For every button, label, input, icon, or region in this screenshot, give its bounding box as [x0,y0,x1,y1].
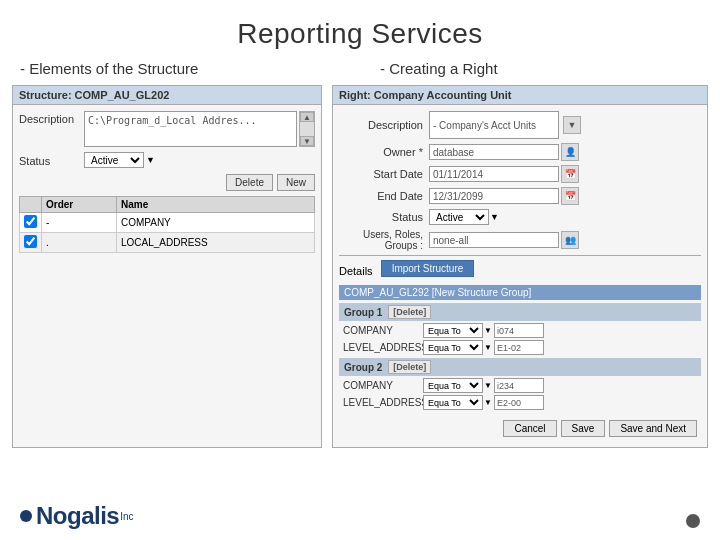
row1-name: COMPANY [116,213,314,233]
group2-row2-dropdown-icon: ▼ [484,398,492,407]
description-input[interactable] [84,111,297,147]
footer-logo: NogalisInc [20,502,134,530]
status-label: Status [19,153,84,167]
right-description-input[interactable] [429,111,559,139]
row2-checkbox[interactable] [24,235,37,248]
right-panel: Right: Company Accounting Unit Descripti… [332,85,708,448]
left-panel: Structure: COMP_AU_GL202 Description ▲ ▼… [12,85,322,448]
import-structure-button[interactable]: Import Structure [381,260,475,277]
status-select[interactable]: Active [84,152,144,168]
subtitle-right: - Creating a Right [380,60,498,77]
group2-row1-label: COMPANY [343,380,423,391]
table-row: - COMPANY [20,213,315,233]
logo-text: Nogalis [36,502,119,530]
group2-row2-label: LEVEL_ADDRESS [343,397,423,408]
cancel-button[interactable]: Cancel [503,420,556,437]
row2-order: . [42,233,117,253]
scroll-down-icon[interactable]: ▼ [300,136,314,146]
group1-row2-condition[interactable]: Equa To [423,340,483,355]
action-buttons-row: Delete New [19,174,315,191]
group2-row1-dropdown-icon: ▼ [484,381,492,390]
row1-checkbox[interactable] [24,215,37,228]
group2-delete-button[interactable]: [Delete] [388,360,431,374]
left-panel-body: Description ▲ ▼ Status Active ▼ Delete N… [13,105,321,259]
right-panel-header: Right: Company Accounting Unit [333,86,707,105]
save-next-button[interactable]: Save and Next [609,420,697,437]
right-status-dropdown-icon: ▼ [490,212,499,222]
details-import-row: Details Import Structure [339,260,701,281]
subtitle-row: - Elements of the Structure - Creating a… [0,60,720,77]
footer: NogalisInc [20,502,134,530]
col-order-header: Order [42,197,117,213]
details-label: Details [339,265,373,277]
group2-row2-condition[interactable]: Equa To [423,395,483,410]
right-owner-label: Owner * [339,146,429,158]
group1-row2-value[interactable] [494,340,544,355]
scroll-btn: ▲ ▼ [299,111,315,147]
col-name-header: Name [116,197,314,213]
description-label: Description [19,111,84,125]
right-panel-body: Description ▼ Owner * 👤 Start Date 📅 [333,105,707,447]
group1-header: Group 1 [Delete] [339,303,701,321]
status-field-row: Status Active ▼ [19,152,315,168]
new-button[interactable]: New [277,174,315,191]
group2-label: Group 2 [344,362,382,373]
scroll-up-icon[interactable]: ▲ [300,112,314,122]
left-panel-header: Structure: COMP_AU_GL202 [13,86,321,105]
structure-table: Order Name - COMPANY [19,196,315,253]
group2-header: Group 2 [Delete] [339,358,701,376]
right-owner-row: Owner * 👤 [339,143,701,161]
group2-row2-value[interactable] [494,395,544,410]
status-dropdown-icon: ▼ [146,155,155,165]
logo-inc: Inc [120,511,133,522]
description-expand-icon[interactable]: ▼ [563,116,581,134]
end-date-calendar-icon[interactable]: 📅 [561,187,579,205]
group1-row1-label: COMPANY [343,325,423,336]
group1-delete-button[interactable]: [Delete] [388,305,431,319]
users-group-icon[interactable]: 👥 [561,231,579,249]
row1-checkbox-cell [20,213,42,233]
owner-person-icon[interactable]: 👤 [561,143,579,161]
group1-row2-label: LEVEL_ADDRESS [343,342,423,353]
col-checkbox [20,197,42,213]
row2-checkbox-cell [20,233,42,253]
group1-label: Group 1 [344,307,382,318]
logo-bullet-icon [20,510,32,522]
right-status-label: Status [339,211,429,223]
group1-row1-dropdown-icon: ▼ [484,326,492,335]
bottom-buttons-row: Cancel Save Save and Next [339,416,701,441]
footer-bullet-right-icon [686,514,700,528]
right-status-row: Status Active ▼ [339,209,701,225]
group2-row1: COMPANY Equa To ▼ [339,378,701,393]
right-start-date-input[interactable] [429,166,559,182]
row2-name: LOCAL_ADDRESS [116,233,314,253]
save-button[interactable]: Save [561,420,606,437]
description-field-row: Description ▲ ▼ [19,111,315,147]
right-description-label: Description [339,119,429,131]
group1-row1-value[interactable] [494,323,544,338]
right-users-row: Users, Roles, Groups : 👥 [339,229,701,251]
right-end-date-input[interactable] [429,188,559,204]
right-owner-input[interactable] [429,144,559,160]
subtitle-left: - Elements of the Structure [20,60,320,77]
page-title: Reporting Services [0,0,720,60]
right-users-label: Users, Roles, Groups : [339,229,429,251]
group2-row1-condition[interactable]: Equa To [423,378,483,393]
row1-order: - [42,213,117,233]
main-content: Structure: COMP_AU_GL202 Description ▲ ▼… [0,85,720,448]
delete-button[interactable]: Delete [226,174,273,191]
group1-row2: LEVEL_ADDRESS Equa To ▼ [339,340,701,355]
group1-row1: COMPANY Equa To ▼ [339,323,701,338]
right-status-select[interactable]: Active [429,209,489,225]
right-end-date-label: End Date [339,190,429,202]
right-start-date-row: Start Date 📅 [339,165,701,183]
group2-row1-value[interactable] [494,378,544,393]
right-description-row: Description ▼ [339,111,701,139]
right-start-date-label: Start Date [339,168,429,180]
section-divider [339,255,701,256]
start-date-calendar-icon[interactable]: 📅 [561,165,579,183]
table-row: . LOCAL_ADDRESS [20,233,315,253]
group1-row1-condition[interactable]: Equa To [423,323,483,338]
structure-group-header: COMP_AU_GL292 [New Structure Group] [339,285,701,300]
right-users-input[interactable] [429,232,559,248]
